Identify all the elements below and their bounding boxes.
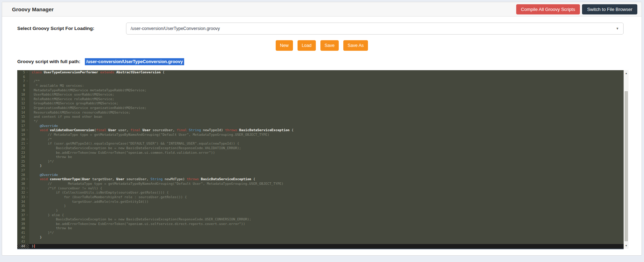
load-button[interactable]: Load bbox=[298, 40, 316, 51]
code-line-text[interactable]: } bbox=[29, 164, 624, 168]
code-line-text[interactable] bbox=[29, 168, 624, 173]
code-line-text[interactable]: } else { bbox=[29, 213, 624, 218]
code-line-text[interactable]: /** bbox=[29, 79, 624, 84]
code-line[interactable]: 29▾ void convertUserType(User targetUser… bbox=[17, 177, 624, 182]
code-line-text[interactable]: for (UserToRoleMembershipXref role : sou… bbox=[29, 195, 624, 200]
code-line[interactable]: 28 @Override bbox=[17, 173, 624, 177]
code-line[interactable]: 38 BasicDataServiceException be = new Ba… bbox=[17, 217, 624, 222]
code-line-text[interactable]: targetUser.addRole(role.getEntityId()) bbox=[29, 200, 624, 204]
code-line-text[interactable]: OrganizationRabbitMQService organization… bbox=[29, 106, 624, 110]
code-line-text[interactable]: MetadataTypeRabbitMQService metadataType… bbox=[29, 88, 624, 93]
code-line-text[interactable]: @Override bbox=[29, 124, 624, 128]
code-line[interactable]: 35 } bbox=[17, 204, 624, 208]
code-line[interactable]: 27 bbox=[17, 168, 624, 173]
code-line-text[interactable]: } bbox=[29, 204, 624, 208]
code-line[interactable]: 34 targetUser.addRole(role.getEntityId()… bbox=[17, 200, 624, 204]
fold-toggle-icon[interactable]: ▾ bbox=[25, 137, 29, 142]
code-line[interactable]: 31▾ /*if (sourceUser != null) { bbox=[17, 186, 624, 191]
code-line-text[interactable]: UserRabbitMQService userRabbitMQService; bbox=[29, 92, 624, 97]
code-line-text[interactable]: void convertUserType(User targetUser, Us… bbox=[29, 177, 624, 182]
scrollbar-thumb[interactable] bbox=[625, 91, 628, 241]
code-line[interactable]: 16 */ bbox=[17, 119, 624, 124]
code-line[interactable]: 42 } bbox=[17, 235, 624, 240]
code-line[interactable]: 19 // MetadataType type = getMetadataTyp… bbox=[17, 133, 624, 137]
fold-toggle-icon[interactable]: ▾ bbox=[25, 177, 29, 182]
code-line-text[interactable] bbox=[29, 239, 624, 244]
editor-vertical-scrollbar[interactable]: ▲ ▼ bbox=[624, 70, 629, 249]
code-editor[interactable]: 5▾class UserTypeConversionPerformer exte… bbox=[17, 70, 624, 249]
code-line[interactable]: 43 bbox=[17, 239, 624, 244]
code-line[interactable]: 36 } bbox=[17, 208, 624, 213]
code-line[interactable]: 5▾class UserTypeConversionPerformer exte… bbox=[17, 70, 624, 75]
scroll-up-icon[interactable]: ▲ bbox=[624, 71, 629, 75]
code-line-text[interactable] bbox=[29, 75, 624, 79]
code-line[interactable]: 17 @Override bbox=[17, 124, 624, 128]
code-line-text[interactable]: } bbox=[29, 208, 624, 213]
fold-toggle-icon[interactable]: ▾ bbox=[25, 79, 29, 84]
code-line-text[interactable]: /*if (sourceUser != null) { bbox=[29, 186, 624, 191]
fold-toggle-icon[interactable]: ▾ bbox=[25, 195, 29, 200]
code-line-text[interactable]: } bbox=[29, 235, 624, 240]
code-line-text[interactable]: GroupRabbitMQService groupRabbitMQServic… bbox=[29, 101, 624, 106]
code-line-text[interactable]: // MetadataType type = getMetadataTypeBy… bbox=[29, 182, 624, 186]
code-line-text[interactable]: throw be bbox=[29, 155, 624, 159]
switch-to-file-browser-button[interactable]: Switch to File Browser bbox=[582, 4, 637, 14]
script-select-dropdown[interactable]: /user-conversion/UserTypeConversion.groo… bbox=[126, 23, 624, 35]
code-line[interactable]: 33▾ for (UserToRoleMembershipXref role :… bbox=[17, 195, 624, 200]
fold-toggle-icon[interactable]: ▾ bbox=[25, 141, 29, 146]
code-line[interactable]: 23 be.addErrorToken(new EsbErrorToken("o… bbox=[17, 151, 624, 155]
code-line[interactable]: 20▾ /* bbox=[17, 137, 624, 142]
code-line[interactable]: 15 and context if you need other bean bbox=[17, 115, 624, 119]
code-line-text[interactable]: RoleRabbitMQService roleRabbitMQService; bbox=[29, 97, 624, 102]
new-button[interactable]: New bbox=[276, 40, 293, 51]
code-line[interactable]: 18▾ void validateUserConversion(final Us… bbox=[17, 128, 624, 133]
code-line-text[interactable]: throw be bbox=[29, 226, 624, 231]
fold-toggle-icon[interactable]: ▾ bbox=[25, 186, 29, 191]
code-line-text[interactable]: BasicDataServiceException be = new Basic… bbox=[29, 217, 624, 222]
code-line-text[interactable]: void validateUserConversion(final User u… bbox=[29, 128, 624, 133]
code-line-text[interactable]: if (CollectionUtils.isNotEmpty(sourceUse… bbox=[29, 190, 624, 195]
code-line[interactable]: 44} bbox=[17, 244, 624, 249]
code-line[interactable]: 12 GroupRabbitMQService groupRabbitMQSer… bbox=[17, 101, 624, 106]
code-line[interactable]: 30 // MetadataType type = getMetadataTyp… bbox=[17, 182, 624, 186]
code-line-text[interactable]: be.addErrorToken(new EsbErrorToken("open… bbox=[29, 151, 624, 155]
code-line-text[interactable]: /* bbox=[29, 137, 624, 142]
fold-toggle-icon[interactable]: ▾ bbox=[25, 190, 29, 195]
code-line-text[interactable]: be.addErrorToken(new EsbErrorToken("open… bbox=[29, 222, 624, 226]
code-line-text[interactable]: ResourceRabbitMQService resourceRabbitMQ… bbox=[29, 110, 624, 115]
fold-toggle-icon[interactable]: ▾ bbox=[25, 70, 29, 75]
code-line[interactable]: 9 MetadataTypeRabbitMQService metadataTy… bbox=[17, 88, 624, 93]
code-line-text[interactable]: * available MQ services: bbox=[29, 84, 624, 88]
code-line[interactable]: 7▾ /** bbox=[17, 79, 624, 84]
code-line[interactable]: 11 RoleRabbitMQService roleRabbitMQServi… bbox=[17, 97, 624, 102]
code-line[interactable]: 14 ResourceRabbitMQService resourceRabbi… bbox=[17, 110, 624, 115]
code-line-text[interactable]: and context if you need other bean bbox=[29, 115, 624, 119]
code-line[interactable]: 37▾ } else { bbox=[17, 213, 624, 218]
code-line[interactable]: 13 OrganizationRabbitMQService organizat… bbox=[17, 106, 624, 110]
save-button[interactable]: Save bbox=[320, 40, 339, 51]
fold-toggle-icon[interactable]: ▾ bbox=[25, 128, 29, 133]
code-line-text[interactable]: BasicDataServiceException be = new Basic… bbox=[29, 146, 624, 151]
code-line[interactable]: 8 * available MQ services: bbox=[17, 84, 624, 88]
code-line[interactable]: 32▾ if (CollectionUtils.isNotEmpty(sourc… bbox=[17, 190, 624, 195]
compile-all-scripts-button[interactable]: Compile All Groovy Scripts bbox=[516, 4, 580, 14]
code-line[interactable]: 6 bbox=[17, 75, 624, 79]
code-line-text[interactable]: */ bbox=[29, 119, 624, 124]
code-line[interactable]: 21▾ if (user.getMdTypeId().equalsIgnoreC… bbox=[17, 141, 624, 146]
code-line-text[interactable]: @Override bbox=[29, 173, 624, 177]
code-line[interactable]: 24 throw be bbox=[17, 155, 624, 159]
code-line[interactable]: 22 BasicDataServiceException be = new Ba… bbox=[17, 146, 624, 151]
code-line-text[interactable]: } bbox=[29, 244, 624, 249]
code-line-text[interactable]: }*/ bbox=[29, 231, 624, 235]
code-line[interactable]: 26 } bbox=[17, 164, 624, 168]
code-line-text[interactable]: class UserTypeConversionPerformer extend… bbox=[29, 70, 624, 75]
code-line-text[interactable]: if (user.getMdTypeId().equalsIgnoreCase(… bbox=[29, 141, 624, 146]
save-as-button[interactable]: Save As bbox=[343, 40, 368, 51]
code-line-text[interactable]: // MetadataType type = getMetadataTypeBy… bbox=[29, 133, 624, 137]
scroll-down-icon[interactable]: ▼ bbox=[624, 243, 629, 248]
fold-toggle-icon[interactable]: ▾ bbox=[25, 213, 29, 218]
code-line[interactable]: 25 }*/ bbox=[17, 159, 624, 164]
code-line-text[interactable]: }*/ bbox=[29, 159, 624, 164]
code-line[interactable]: 40 throw be bbox=[17, 226, 624, 231]
code-line[interactable]: 10 UserRabbitMQService userRabbitMQServi… bbox=[17, 92, 624, 97]
